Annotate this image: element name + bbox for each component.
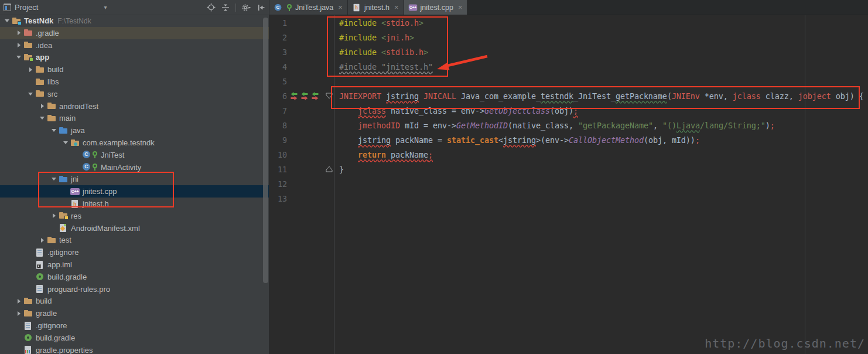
expand-arrow-icon[interactable] <box>37 236 47 245</box>
expand-arrow-icon[interactable] <box>49 126 59 135</box>
code-editor[interactable]: 1#include <stdio.h>2#include <jni.h>3#in… <box>269 15 868 354</box>
tree-item-test[interactable]: test <box>0 234 269 247</box>
expand-arrow-icon[interactable] <box>61 199 70 209</box>
expand-arrow-icon[interactable] <box>26 77 35 87</box>
tree-item-gradle-properties[interactable]: gradle.properties <box>0 344 269 354</box>
code-line-2[interactable]: 2#include <jni.h> <box>269 30 868 45</box>
tree-item-libs[interactable]: libs <box>0 76 269 88</box>
code-line-4[interactable]: 4#include "jnitest.h" <box>269 59 868 74</box>
implement-arrows-icon[interactable] <box>290 92 298 100</box>
chevron-down-icon[interactable]: ▾ <box>104 4 107 11</box>
expand-arrow-icon[interactable] <box>14 345 23 354</box>
expand-arrow-icon[interactable] <box>26 260 35 270</box>
tab-jnitest-h[interactable]: hjnitest.h× <box>348 0 404 15</box>
tree-item-jnitest-cpp[interactable]: jnitest.cpp <box>0 185 269 198</box>
tree-item-proguard-rules-pro[interactable]: proguard-rules.pro <box>0 283 269 295</box>
tab-jnitest-cpp[interactable]: jnitest.cpp× <box>404 0 468 15</box>
expand-arrow-icon[interactable] <box>26 284 35 294</box>
expand-arrow-icon[interactable] <box>26 272 35 281</box>
expand-arrow-icon[interactable] <box>14 309 23 318</box>
tree-item-build[interactable]: build <box>0 295 269 308</box>
project-tree: TestNdkF:\TestNdk.gradle.ideaappbuildlib… <box>0 15 269 354</box>
tree-item-com-example-testndk[interactable]: com.example.testndk <box>0 137 269 149</box>
code-text[interactable]: JNIEXPORT jstring JNICALL Java_com_examp… <box>334 91 864 101</box>
expand-arrow-icon[interactable] <box>14 40 23 50</box>
expand-arrow-icon[interactable] <box>2 16 12 26</box>
tree-item-java[interactable]: java <box>0 124 269 137</box>
code-text[interactable]: } <box>334 165 344 174</box>
code-text[interactable]: #include <stdio.h> <box>334 18 423 28</box>
expand-arrow-icon[interactable] <box>61 138 70 148</box>
code-line-13[interactable]: 13 <box>269 191 868 206</box>
hide-panel-icon[interactable] <box>256 3 265 12</box>
tree-item--gradle[interactable]: .gradle <box>0 27 269 39</box>
fold-end-icon[interactable] <box>326 166 333 172</box>
expand-arrow-icon[interactable] <box>14 333 23 342</box>
expand-arrow-icon[interactable] <box>37 114 47 123</box>
tree-item-androidmanifest-xml[interactable]: AndroidManifest.xml <box>0 222 269 234</box>
code-line-5[interactable]: 5 <box>269 74 868 88</box>
tree-item-build[interactable]: build <box>0 63 269 76</box>
code-line-1[interactable]: 1#include <stdio.h> <box>269 15 868 30</box>
close-tab-icon[interactable]: × <box>458 3 463 12</box>
code-text[interactable]: jmethodID mId = env->GetMethodID(native_… <box>334 121 775 130</box>
fold-start-icon[interactable] <box>326 93 333 99</box>
expand-arrow-icon[interactable] <box>49 175 59 184</box>
code-line-11[interactable]: 11} <box>269 162 868 176</box>
code-line-3[interactable]: 3#include <stdlib.h> <box>269 45 868 59</box>
tree-item-src[interactable]: src <box>0 88 269 100</box>
code-line-6[interactable]: 6JNIEXPORT jstring JNICALL Java_com_exam… <box>269 88 868 103</box>
tree-item-app-iml[interactable]: app.iml <box>0 258 269 271</box>
expand-arrow-icon[interactable] <box>73 150 82 159</box>
expand-arrow-icon[interactable] <box>26 89 35 98</box>
implement-arrows-icon[interactable] <box>311 92 319 100</box>
expand-arrow-icon[interactable] <box>26 248 35 257</box>
expand-arrow-icon[interactable] <box>26 65 35 74</box>
settings-gear-icon[interactable] <box>241 3 251 12</box>
tree-item--gitignore[interactable]: .gitignore <box>0 319 269 332</box>
code-line-7[interactable]: 7 jclass native_class = env->GetObjectCl… <box>269 103 868 118</box>
expand-arrow-icon[interactable] <box>14 297 23 306</box>
code-text[interactable]: #include <stdlib.h> <box>334 47 428 57</box>
tree-item-res[interactable]: res <box>0 210 269 222</box>
expand-arrow-icon[interactable] <box>73 162 82 172</box>
expand-arrow-icon[interactable] <box>14 28 23 38</box>
tree-item-mainactivity[interactable]: MainActivity <box>0 161 269 173</box>
code-text[interactable]: #include <jni.h> <box>334 33 414 42</box>
tree-item-build-gradle[interactable]: build.gradle <box>0 271 269 283</box>
code-text[interactable]: #include "jnitest.h" <box>334 62 433 72</box>
tree-item-app[interactable]: app <box>0 52 269 64</box>
close-tab-icon[interactable]: × <box>338 3 343 12</box>
tree-item--idea[interactable]: .idea <box>0 39 269 52</box>
tree-item-testndk[interactable]: TestNdkF:\TestNdk <box>0 15 269 27</box>
locate-icon[interactable] <box>206 3 216 12</box>
implement-arrows-icon[interactable] <box>300 92 309 100</box>
tree-item-label: build <box>36 297 52 305</box>
code-text[interactable]: return packName; <box>334 150 433 159</box>
tab-jnitest-java[interactable]: JniTest.java× <box>269 0 348 15</box>
close-tab-icon[interactable]: × <box>394 3 399 12</box>
tree-scrollbar[interactable] <box>263 18 268 283</box>
expand-arrow-icon[interactable] <box>61 187 70 196</box>
tree-item-build-gradle[interactable]: build.gradle <box>0 332 269 344</box>
code-line-10[interactable]: 10 return packName; <box>269 147 868 162</box>
expand-arrow-icon[interactable] <box>49 223 59 233</box>
tree-item-main[interactable]: main <box>0 113 269 125</box>
tree-item-androidtest[interactable]: androidTest <box>0 100 269 113</box>
code-line-9[interactable]: 9 jstring packName = static_cast<jstring… <box>269 132 868 147</box>
code-text[interactable]: jstring packName = static_cast<jstring>(… <box>334 135 700 145</box>
tree-item-gradle[interactable]: gradle <box>0 307 269 319</box>
code-line-12[interactable]: 12 <box>269 176 868 191</box>
code-line-8[interactable]: 8 jmethodID mId = env->GetMethodID(nativ… <box>269 118 868 132</box>
panel-title[interactable]: Project <box>15 3 38 12</box>
expand-arrow-icon[interactable] <box>49 211 59 220</box>
expand-arrow-icon[interactable] <box>37 101 47 111</box>
tree-item-jnitest-h[interactable]: hjnitest.h <box>0 198 269 210</box>
collapse-all-icon[interactable] <box>221 3 230 12</box>
tree-item-jnitest[interactable]: JniTest <box>0 149 269 161</box>
expand-arrow-icon[interactable] <box>14 53 23 62</box>
tree-item--gitignore[interactable]: .gitignore <box>0 246 269 258</box>
code-text[interactable]: jclass native_class = env->GetObjectClas… <box>334 106 578 115</box>
tree-item-jni[interactable]: jni <box>0 173 269 186</box>
expand-arrow-icon[interactable] <box>14 321 23 331</box>
